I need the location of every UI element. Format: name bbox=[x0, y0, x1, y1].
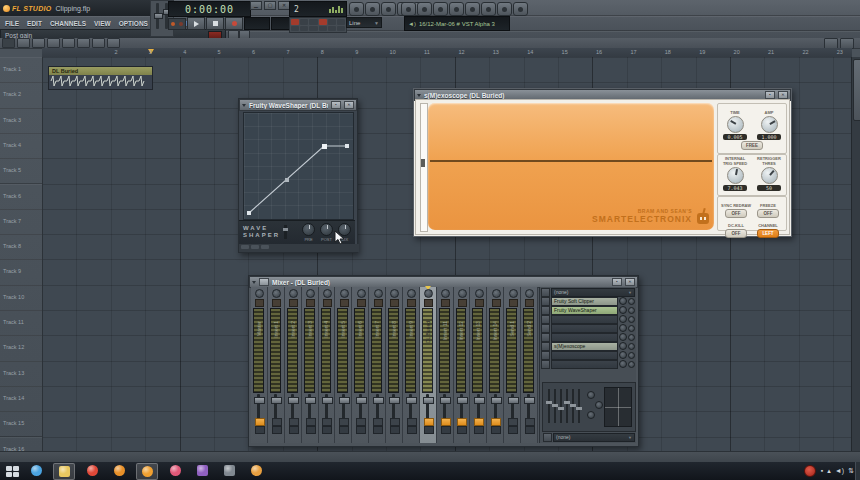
waveshaper-close-button[interactable]: ✕ bbox=[344, 101, 354, 109]
strip-record-led[interactable] bbox=[441, 299, 450, 307]
menu-channels[interactable]: CHANNELS bbox=[47, 19, 89, 28]
fx-slot-name[interactable] bbox=[551, 333, 618, 342]
fader-handle[interactable] bbox=[271, 397, 282, 404]
record-button[interactable] bbox=[225, 17, 243, 30]
waveshaper-amount-slider[interactable] bbox=[284, 225, 287, 239]
strip-record-led[interactable] bbox=[357, 299, 366, 307]
menu-edit[interactable]: EDIT bbox=[24, 19, 45, 28]
fx-slot-enable-button[interactable] bbox=[541, 333, 550, 342]
strip-record-led[interactable] bbox=[374, 299, 383, 307]
fx-slot-enable-button[interactable] bbox=[541, 306, 550, 315]
master-pitch-slider[interactable] bbox=[156, 3, 159, 29]
playlist-scrollbar[interactable] bbox=[851, 57, 860, 451]
mixer-strip[interactable]: Insert 4 bbox=[319, 287, 336, 443]
fx-slot-menu-knob[interactable] bbox=[628, 343, 635, 350]
strip-mute-led[interactable] bbox=[272, 426, 282, 434]
fx-slot-name[interactable] bbox=[551, 315, 618, 324]
strip-arm-led[interactable] bbox=[424, 418, 434, 426]
fader-handle[interactable] bbox=[339, 397, 350, 404]
fx-slot-mix-knob[interactable] bbox=[619, 306, 627, 314]
strip-record-led[interactable] bbox=[475, 299, 484, 307]
fl-studio-2-icon[interactable] bbox=[246, 463, 266, 478]
strip-mute-led[interactable] bbox=[373, 426, 383, 434]
plugin-menu-icon[interactable] bbox=[242, 104, 246, 107]
mixer-strip[interactable]: Insert 8 bbox=[386, 287, 403, 443]
strip-pan-knob[interactable] bbox=[390, 289, 399, 298]
smexoscope-close-button[interactable]: ✕ bbox=[778, 91, 788, 99]
mixer-strip[interactable]: Insert 2 bbox=[285, 287, 302, 443]
strip-pan-knob[interactable] bbox=[492, 289, 501, 298]
playlist-track-header[interactable]: Track 11 bbox=[0, 310, 42, 336]
fader-handle[interactable] bbox=[474, 397, 485, 404]
fader-handle[interactable] bbox=[373, 397, 384, 404]
mixer-strip[interactable]: Insert 3 bbox=[302, 287, 319, 443]
fx-slot-enable-button[interactable] bbox=[541, 351, 550, 360]
waveshaper-post-knob[interactable] bbox=[320, 223, 333, 236]
fx-slot-enable-button[interactable] bbox=[541, 297, 550, 306]
strip-record-led[interactable] bbox=[323, 299, 332, 307]
strip-arm-led[interactable] bbox=[525, 418, 535, 426]
strip-pan-knob[interactable] bbox=[272, 289, 281, 298]
file-explorer-icon[interactable] bbox=[53, 463, 75, 480]
tray-square[interactable]: ▪ bbox=[821, 467, 823, 475]
strip-mute-led[interactable] bbox=[339, 426, 349, 434]
fx-slot-mix-knob[interactable] bbox=[619, 360, 627, 368]
fx-slot-menu-knob[interactable] bbox=[628, 352, 635, 359]
playlist-track-header[interactable]: Track 8 bbox=[0, 234, 42, 260]
mixer-menu-icon[interactable] bbox=[252, 281, 256, 284]
playlist-detach-button[interactable] bbox=[824, 38, 838, 49]
fader-handle[interactable] bbox=[423, 397, 434, 404]
waveshaper-titlebar[interactable]: Fruity WaveShaper (DL Buried) ▪ ✕ bbox=[239, 99, 357, 111]
strip-record-led[interactable] bbox=[255, 299, 264, 307]
strip-record-led[interactable] bbox=[340, 299, 349, 307]
strip-mute-led[interactable] bbox=[390, 426, 400, 434]
waveshaper-footer-button[interactable] bbox=[251, 245, 259, 249]
mixer-strip[interactable]: Send 2 bbox=[521, 287, 538, 443]
paint-tool-button[interactable] bbox=[32, 38, 45, 48]
strip-record-led[interactable] bbox=[407, 299, 416, 307]
eq-xy-pad[interactable] bbox=[604, 387, 632, 427]
fader-handle[interactable] bbox=[491, 397, 502, 404]
fl-titlebar[interactable]: FL STUDIO Clipping.flp bbox=[0, 0, 153, 16]
fx-slot[interactable]: Fruity Soft Clipper bbox=[541, 297, 635, 305]
fx-slot[interactable]: Fruity WaveShaper bbox=[541, 306, 635, 314]
browser-orange-icon[interactable] bbox=[109, 463, 129, 478]
scope-toggle-button[interactable]: OFF bbox=[725, 209, 747, 218]
strip-mute-led[interactable] bbox=[424, 426, 434, 434]
eq-band-knob[interactable] bbox=[587, 411, 595, 419]
fx-slot-mix-knob[interactable] bbox=[619, 297, 627, 305]
strip-pan-knob[interactable] bbox=[255, 289, 264, 298]
fx-slot[interactable] bbox=[541, 324, 635, 332]
eq-slider[interactable] bbox=[554, 389, 556, 423]
fx-slot-name[interactable] bbox=[551, 351, 618, 360]
strip-mute-led[interactable] bbox=[491, 426, 501, 434]
time-panel[interactable]: 0:00:00 bbox=[168, 1, 251, 17]
strip-record-led[interactable] bbox=[458, 299, 467, 307]
show-desktop-button[interactable] bbox=[855, 462, 860, 480]
start-button[interactable] bbox=[4, 464, 20, 478]
strip-pan-knob[interactable] bbox=[424, 289, 433, 298]
free-mode-button[interactable]: FREE bbox=[741, 141, 763, 150]
strip-pan-knob[interactable] bbox=[323, 289, 332, 298]
strip-mute-led[interactable] bbox=[508, 426, 518, 434]
pattern-song-switch[interactable] bbox=[168, 18, 186, 30]
strip-mute-led[interactable] bbox=[474, 426, 484, 434]
mixer-strip[interactable]: Insert 9 bbox=[403, 287, 420, 443]
strip-arm-led[interactable] bbox=[491, 418, 501, 426]
recording-tray-icon[interactable] bbox=[804, 465, 816, 477]
strip-pan-knob[interactable] bbox=[306, 289, 315, 298]
smexoscope-detach-button[interactable]: ▪ bbox=[765, 91, 775, 99]
mixer-strip[interactable]: Insert 14 bbox=[487, 287, 504, 443]
toolbar-button-b6[interactable] bbox=[481, 2, 496, 16]
fx-slot[interactable] bbox=[541, 333, 635, 341]
trigger-level-slider[interactable] bbox=[420, 103, 428, 232]
tray-up-arrow[interactable]: ▴ bbox=[827, 467, 831, 475]
strip-mute-led[interactable] bbox=[407, 426, 417, 434]
audio-output-select[interactable]: (none)▼ bbox=[553, 433, 635, 442]
scope-toggle-button[interactable]: OFF bbox=[725, 229, 747, 238]
playlist-track-header[interactable]: Track 7 bbox=[0, 209, 42, 235]
mixer-strip[interactable]: Insert 13 bbox=[470, 287, 487, 443]
eq-band-knob[interactable] bbox=[595, 401, 603, 409]
playlist-track-header[interactable]: Track 3 bbox=[0, 108, 42, 134]
scope-knob[interactable] bbox=[761, 116, 778, 133]
